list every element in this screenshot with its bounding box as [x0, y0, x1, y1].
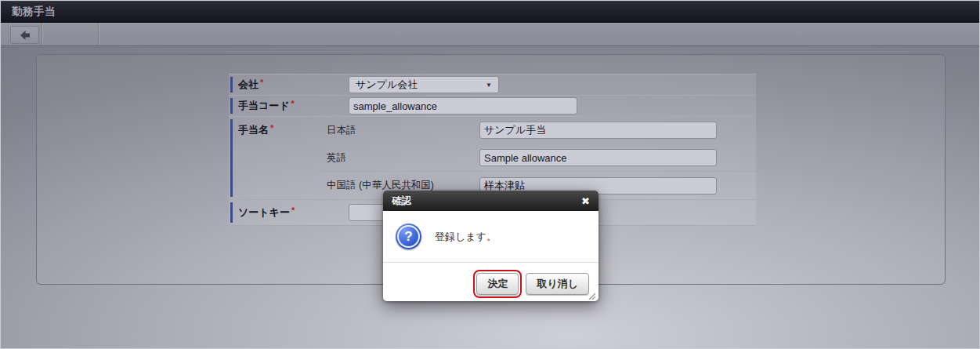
english-label: 英語: [319, 151, 479, 165]
dialog-title: 確認: [392, 194, 411, 208]
allowance-code-label: 手当コード*: [238, 99, 295, 113]
toolbar: [1, 24, 979, 46]
dialog-message: 登録します。: [435, 230, 497, 244]
back-arrow-icon: [19, 30, 31, 41]
toolbar-separator: [42, 24, 42, 45]
question-mark-icon: ?: [396, 224, 421, 249]
form-row-allowance-name: 手当名* 日本語 英語 中国語 (中華人民共和国): [229, 117, 756, 200]
allowance-code-input[interactable]: [349, 97, 577, 115]
form-row-allowance-code: 手当コード*: [229, 96, 756, 117]
required-mark: *: [260, 78, 263, 87]
confirm-button[interactable]: 決定: [476, 273, 519, 295]
dialog-footer: 決定 取り消し: [383, 262, 598, 301]
back-button[interactable]: [10, 26, 39, 44]
dialog-body: ? 登録します。 決定 取り消し: [383, 211, 598, 301]
locale-group: 日本語 英語 中国語 (中華人民共和国): [319, 117, 756, 199]
accent-bar: [230, 98, 233, 114]
accent-bar: [230, 119, 233, 197]
title-bar: 勤務手当: [1, 1, 979, 23]
locale-row-japanese: 日本語: [319, 117, 756, 144]
japanese-name-input[interactable]: [479, 122, 717, 139]
cancel-button[interactable]: 取り消し: [526, 273, 589, 295]
close-icon[interactable]: ✖: [581, 196, 590, 206]
required-mark: *: [270, 123, 273, 133]
accent-bar: [230, 77, 233, 93]
form-row-company: 会社* サンプル会社 ▼: [229, 75, 756, 96]
chevron-down-icon: ▼: [486, 82, 492, 89]
toolbar-separator: [9, 24, 9, 45]
resize-handle-icon[interactable]: [586, 289, 595, 298]
page-title: 勤務手当: [12, 5, 56, 19]
app-window: 勤務手当 会社* サンプル会社 ▼: [0, 0, 980, 349]
company-select[interactable]: サンプル会社 ▼: [349, 76, 499, 93]
locale-row-english: 英語: [319, 144, 756, 172]
company-select-value: サンプル会社: [356, 78, 418, 92]
toolbar-separator: [98, 24, 99, 45]
required-mark: *: [291, 205, 295, 215]
accent-bar: [230, 202, 233, 223]
japanese-label: 日本語: [319, 124, 479, 137]
company-label: 会社*: [238, 78, 263, 92]
confirm-dialog: 確認 ✖ ? 登録します。 決定 取り消し: [383, 191, 598, 301]
required-mark: *: [291, 99, 295, 108]
sort-key-label: ソートキー*: [238, 205, 295, 220]
dialog-header[interactable]: 確認 ✖: [383, 191, 598, 211]
allowance-name-label: 手当名*: [238, 123, 273, 137]
english-name-input[interactable]: [479, 149, 717, 166]
